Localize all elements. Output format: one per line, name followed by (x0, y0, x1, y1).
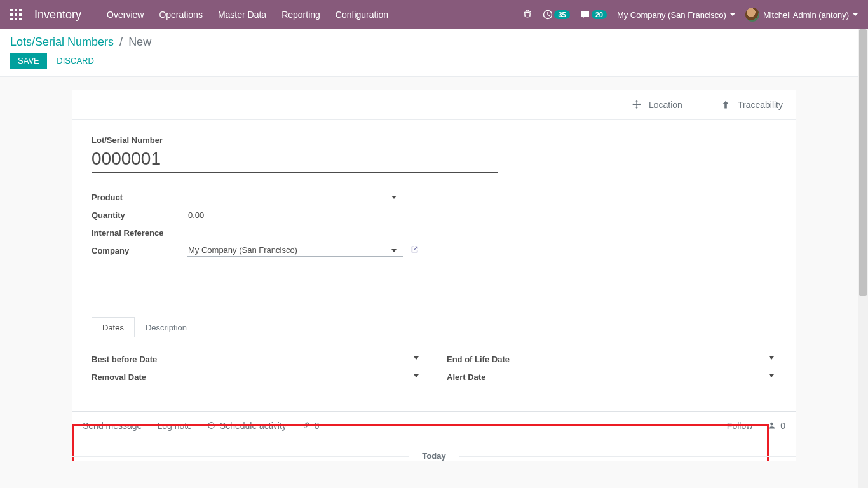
user-icon (768, 421, 776, 430)
followers-button[interactable]: 0 (768, 421, 785, 431)
messages-icon[interactable]: 20 (580, 10, 607, 20)
save-button[interactable]: SAVE (10, 53, 47, 69)
removal-date-input[interactable] (193, 370, 421, 383)
alert-date-input[interactable] (548, 370, 776, 383)
location-button[interactable]: Location (618, 90, 707, 119)
best-before-input[interactable] (193, 353, 421, 365)
button-box: Location Traceability (72, 90, 796, 120)
chevron-down-icon (853, 13, 858, 16)
quantity-value: 0.00 (187, 209, 205, 221)
external-link-icon[interactable] (410, 245, 419, 255)
tab-content-dates: Best before Date Removal Date (72, 337, 796, 411)
traceability-button[interactable]: Traceability (707, 90, 796, 119)
form-sheet: Location Traceability Lot/Serial Number … (72, 90, 796, 412)
quantity-label: Quantity (92, 210, 187, 220)
company-name: My Company (San Francisco) (617, 10, 726, 20)
breadcrumb-root[interactable]: Lots/Serial Numbers (10, 36, 114, 48)
alert-date-label: Alert Date (447, 372, 548, 382)
internal-reference-value (187, 231, 189, 234)
arrow-up-icon (720, 99, 731, 111)
scrollbar-thumb[interactable] (859, 29, 867, 296)
notebook: Dates Description (92, 316, 776, 337)
move-icon (631, 99, 642, 111)
menu-configuration[interactable]: Configuration (336, 10, 388, 20)
company-input[interactable] (187, 244, 403, 257)
svg-point-2 (770, 423, 773, 426)
tab-dates[interactable]: Dates (92, 317, 135, 337)
today-separator: Today (72, 451, 796, 461)
scrollbar[interactable] (858, 29, 868, 461)
main-menu: Overview Operations Master Data Reportin… (107, 10, 388, 20)
location-label: Location (649, 100, 682, 110)
discard-button[interactable]: DISCARD (49, 53, 102, 69)
menu-overview[interactable]: Overview (107, 10, 144, 20)
end-of-life-label: End of Life Date (447, 355, 548, 364)
avatar (745, 8, 759, 22)
title-label: Lot/Serial Number (92, 135, 776, 145)
product-input[interactable] (187, 191, 403, 203)
product-label: Product (92, 193, 187, 202)
breadcrumb-separator: / (119, 36, 123, 48)
breadcrumb-current: New (128, 36, 151, 48)
lot-serial-input[interactable] (92, 147, 498, 173)
top-navbar: Inventory Overview Operations Master Dat… (0, 0, 868, 29)
control-panel: Lots/Serial Numbers / New SAVE DISCARD (0, 29, 868, 77)
user-menu[interactable]: Mitchell Admin (antony) (745, 8, 858, 22)
company-switcher[interactable]: My Company (San Francisco) (617, 10, 735, 20)
tab-description[interactable]: Description (135, 317, 198, 337)
apps-icon[interactable] (10, 9, 22, 20)
app-brand[interactable]: Inventory (34, 8, 81, 22)
debug-icon[interactable] (522, 10, 532, 20)
activities-icon[interactable]: 35 (543, 10, 569, 20)
breadcrumb: Lots/Serial Numbers / New (10, 36, 858, 49)
messages-badge: 20 (592, 10, 607, 19)
chevron-down-icon (730, 13, 735, 16)
company-label: Company (92, 246, 187, 255)
traceability-label: Traceability (738, 100, 783, 110)
internal-reference-label: Internal Reference (92, 228, 187, 238)
menu-operations[interactable]: Operations (159, 10, 202, 20)
removal-date-label: Removal Date (92, 372, 193, 382)
activities-badge: 35 (554, 10, 569, 19)
menu-reporting[interactable]: Reporting (281, 10, 320, 20)
user-name: Mitchell Admin (antony) (763, 10, 849, 20)
menu-master-data[interactable]: Master Data (218, 10, 266, 20)
best-before-label: Best before Date (92, 355, 193, 364)
end-of-life-input[interactable] (548, 353, 776, 365)
